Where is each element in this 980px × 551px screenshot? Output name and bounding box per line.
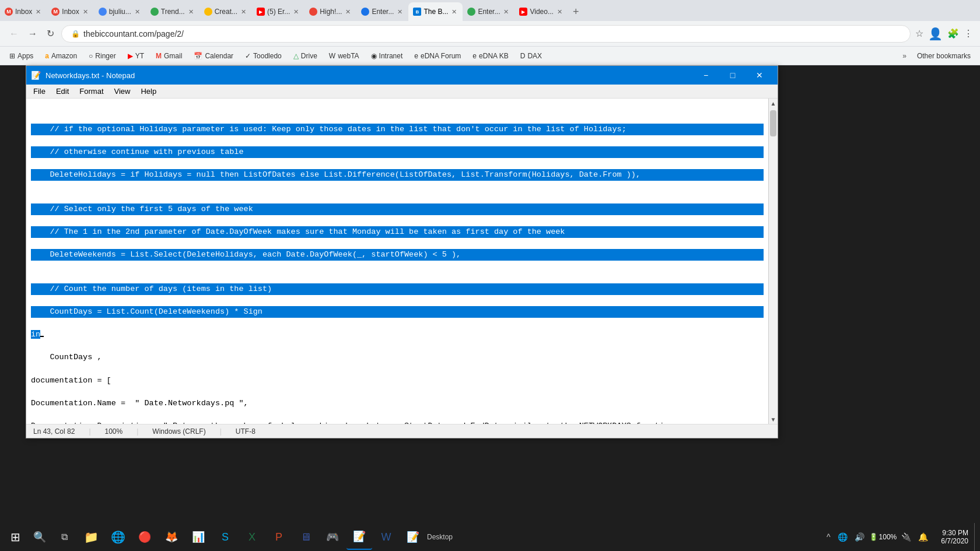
tab-close-11[interactable]: ✕ xyxy=(556,8,564,16)
bookmark-intranet-label: Intranet xyxy=(379,52,403,60)
reload-button[interactable]: ↻ xyxy=(44,26,57,41)
tab-close-6[interactable]: ✕ xyxy=(292,8,300,16)
notepad-maximize-button[interactable]: □ xyxy=(719,66,746,85)
code-line-5: // Select only the first 5 days of the w… xyxy=(31,203,764,215)
tab-enter2[interactable]: Enter... ✕ xyxy=(463,2,514,21)
back-button[interactable]: ← xyxy=(7,26,21,41)
start-button[interactable]: ⊞ xyxy=(2,524,28,550)
visio-button[interactable]: 🖥 xyxy=(293,524,318,550)
bookmark-dax[interactable]: D DAX xyxy=(516,51,547,61)
notepad-vertical-scrollbar[interactable]: ▲ ▼ xyxy=(768,99,778,424)
edge-icon: 🌐 xyxy=(111,530,125,544)
other-bookmarks-label[interactable]: Other bookmarks xyxy=(912,51,975,61)
tab-bjuliu[interactable]: bjuliu... ✕ xyxy=(94,2,146,21)
profile-icon[interactable]: 👤 xyxy=(928,27,943,41)
address-field[interactable]: 🔒 thebiccountant.com/page/2/ xyxy=(61,25,911,43)
bookmark-amazon[interactable]: a Amazon xyxy=(40,51,82,61)
tab-high[interactable]: High!... ✕ xyxy=(304,2,356,21)
tab-close-10[interactable]: ✕ xyxy=(502,8,510,16)
address-text: thebiccountant.com/page/2/ xyxy=(83,29,184,38)
taskbar-search-button[interactable]: 🔍 xyxy=(29,527,50,548)
forward-button[interactable]: → xyxy=(26,26,40,41)
bookmark-intranet[interactable]: ◉ Intranet xyxy=(366,51,408,61)
bookmark-edna-kb[interactable]: e eDNA KB xyxy=(468,51,513,61)
waterfox-button[interactable]: 🦊 xyxy=(159,524,184,550)
tab-label-6: (5) Er... xyxy=(267,8,290,16)
extensions-icon[interactable]: 🧩 xyxy=(947,28,959,39)
bookmark-yt[interactable]: ▶ YT xyxy=(123,51,149,61)
excel-button[interactable]: X xyxy=(239,524,265,550)
file-explorer-button[interactable]: 📁 xyxy=(78,524,104,550)
system-clock[interactable]: 9:30 PM 6/7/2020 xyxy=(936,529,973,545)
scroll-down-button[interactable]: ▼ xyxy=(769,415,778,424)
desktop-button[interactable]: Desktop xyxy=(427,524,453,550)
new-tab-button[interactable]: + xyxy=(568,6,584,18)
menu-format[interactable]: Format xyxy=(75,86,108,97)
tab-close-9[interactable]: ✕ xyxy=(450,8,458,16)
line-endings: Windows (CRLF) xyxy=(152,427,205,436)
cyberark-button[interactable]: 🎮 xyxy=(320,524,345,550)
edna-kb-icon: e xyxy=(473,52,477,60)
scroll-up-button[interactable]: ▲ xyxy=(769,99,778,108)
bookmark-gmail[interactable]: M Gmail xyxy=(151,51,187,61)
bookmark-apps[interactable]: ⊞ Apps xyxy=(5,51,38,61)
bookmark-ringer[interactable]: ○ Ringer xyxy=(84,51,121,61)
tab-gmail-2[interactable]: M Inbox ✕ xyxy=(47,2,93,21)
bookmark-webta[interactable]: W webTA xyxy=(324,51,364,61)
menu-view[interactable]: View xyxy=(110,86,135,97)
notepad-taskbar-button[interactable]: 📝 xyxy=(346,524,372,550)
tab-enter1[interactable]: Enter... ✕ xyxy=(356,2,408,21)
tab-close-4[interactable]: ✕ xyxy=(187,8,195,16)
bookmark-toodledo[interactable]: ✓ Toodledo xyxy=(240,51,286,61)
notification-icon[interactable]: 🔔 xyxy=(916,531,930,543)
intranet-icon: ◉ xyxy=(371,52,377,60)
task-view-button[interactable]: ⧉ xyxy=(51,524,77,550)
tab-trend[interactable]: Trend... ✕ xyxy=(146,2,200,21)
crimson-editor-button[interactable]: 📝 xyxy=(400,524,426,550)
menu-help[interactable]: Help xyxy=(136,86,161,97)
scroll-thumb[interactable] xyxy=(770,110,776,136)
tab-close-1[interactable]: ✕ xyxy=(34,8,42,16)
edge-button[interactable]: 🌐 xyxy=(105,524,131,550)
skype-button[interactable]: S xyxy=(212,524,238,550)
bookmark-edna-forum[interactable]: e eDNA Forum xyxy=(410,51,466,61)
tab-close-3[interactable]: ✕ xyxy=(134,8,141,16)
bookmarks-overflow-button[interactable]: » xyxy=(899,51,910,61)
notepad-minimize-button[interactable]: − xyxy=(692,66,719,85)
menu-file[interactable]: File xyxy=(29,86,50,97)
code-content: // if the optional Holidays parameter is… xyxy=(31,101,764,424)
tab-close-5[interactable]: ✕ xyxy=(240,8,247,16)
favicon-6: ▶ xyxy=(257,8,265,16)
show-desktop-strip[interactable] xyxy=(974,523,978,551)
notepad-close-button[interactable]: ✕ xyxy=(746,66,773,85)
tab-theb-active[interactable]: B The B... ✕ xyxy=(408,2,463,21)
bookmark-drive[interactable]: △ Drive xyxy=(289,51,322,61)
tab-video[interactable]: ▶ Video... ✕ xyxy=(514,2,568,21)
tab-close-7[interactable]: ✕ xyxy=(344,8,352,16)
tab-creat[interactable]: Creat... ✕ xyxy=(200,2,252,21)
favicon-4 xyxy=(150,8,159,16)
volume-icon[interactable]: 🔊 xyxy=(852,531,867,543)
calendar-icon: 📅 xyxy=(194,52,202,60)
clock-date: 6/7/2020 xyxy=(941,537,968,545)
teams-button[interactable]: 📊 xyxy=(186,524,211,550)
word-button[interactable]: W xyxy=(373,524,399,550)
tab-youtube[interactable]: ▶ (5) Er... ✕ xyxy=(252,2,304,21)
tab-close-8[interactable]: ✕ xyxy=(396,8,404,16)
bookmark-star-icon[interactable]: ☆ xyxy=(915,28,923,39)
code-line-3: DeleteHolidays = if Holidays = null then… xyxy=(31,169,764,181)
powerpoint-button[interactable]: P xyxy=(266,524,292,550)
tab-close-2[interactable]: ✕ xyxy=(82,8,89,16)
network-icon[interactable]: 🌐 xyxy=(835,531,850,543)
menu-edit[interactable]: Edit xyxy=(51,86,74,97)
chevron-up-icon[interactable]: ^ xyxy=(824,531,833,543)
battery-indicator[interactable]: 🔋 100% xyxy=(869,533,897,541)
plug-icon[interactable]: 🔌 xyxy=(899,531,914,543)
scroll-track[interactable] xyxy=(769,108,778,415)
notepad-text-area[interactable]: // if the optional Holidays parameter is… xyxy=(26,99,768,424)
bookmark-calendar[interactable]: 📅 Calendar xyxy=(189,51,238,61)
tab-gmail-1[interactable]: M Inbox ✕ xyxy=(0,2,47,21)
chrome-button[interactable]: 🔴 xyxy=(132,524,158,550)
menu-icon[interactable]: ⋮ xyxy=(964,28,973,39)
waterfox-icon: 🦊 xyxy=(165,531,178,543)
